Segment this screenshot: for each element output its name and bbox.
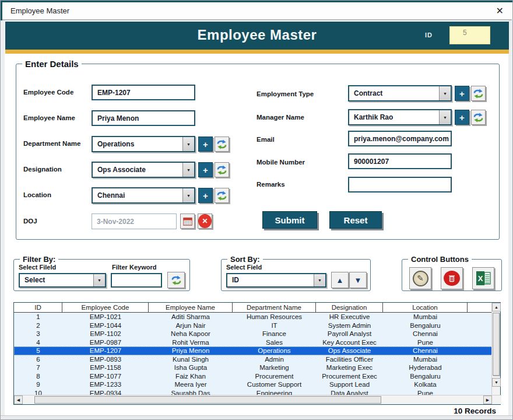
department-refresh-button[interactable] — [215, 136, 229, 152]
doj-clear-button[interactable]: ✕ — [198, 214, 212, 229]
table-row[interactable]: 2EMP-1044Arjun NairITSystem AdminBengalu… — [14, 321, 493, 330]
manager-label: Manager Name — [256, 114, 304, 121]
email-label: Email — [256, 136, 275, 143]
table-cell: Marketing — [233, 363, 316, 372]
table-cell: Finance — [233, 330, 316, 338]
table-header-cell: Department Name — [233, 303, 316, 312]
employment-type-dropdown[interactable]: Contract ▼ — [348, 85, 452, 102]
table-row[interactable]: 3EMP-1102Neha KapoorFinancePayroll Analy… — [14, 330, 493, 338]
designation-dropdown[interactable]: Ops Associate ▼ — [92, 162, 195, 178]
department-add-button[interactable]: + — [198, 136, 213, 152]
vertical-scrollbar[interactable]: ▲ ▼ — [491, 303, 500, 396]
filter-keyword-label: Filter Keyword — [112, 264, 156, 271]
horizontal-scroll-thumb[interactable] — [34, 396, 381, 404]
employee-master-window: Employee Master ✕ Employee Master ID 5 E… — [0, 0, 513, 420]
chevron-down-icon[interactable]: ▼ — [93, 274, 105, 286]
clear-date-icon: ✕ — [198, 214, 212, 228]
doj-field[interactable] — [92, 214, 177, 229]
sort-ascending-button[interactable]: ▲ — [331, 272, 349, 288]
location-refresh-button[interactable] — [215, 188, 229, 203]
table-cell: Faiz Khan — [149, 372, 233, 381]
sort-descending-button[interactable]: ▼ — [349, 272, 367, 288]
table-cell: 8 — [14, 372, 62, 381]
sort-legend: Sort By: — [227, 255, 263, 264]
chevron-down-icon[interactable]: ▼ — [439, 110, 451, 124]
table-cell-partial — [468, 346, 493, 355]
location-dropdown[interactable]: Chennai ▼ — [92, 187, 195, 204]
chevron-down-icon[interactable]: ▼ — [182, 137, 194, 151]
calendar-icon — [182, 216, 193, 226]
table-cell: Human Resources — [233, 313, 316, 321]
employee-name-field[interactable] — [92, 110, 195, 126]
sync-icon — [473, 112, 484, 123]
control-buttons-group: Control Buttons ✎ X — [402, 255, 502, 291]
close-icon[interactable]: ✕ — [496, 5, 504, 17]
table-row[interactable]: 9EMP-1233Meera IyerCustomer SupportSuppo… — [14, 380, 493, 389]
table-cell: EMP-1044 — [62, 321, 149, 330]
horizontal-scroll-track[interactable] — [23, 396, 483, 404]
table-cell: EMP-1077 — [62, 372, 149, 381]
remarks-field[interactable] — [348, 177, 452, 192]
employment-type-add-button[interactable]: + — [455, 86, 469, 101]
id-value-box[interactable]: 5 — [449, 26, 490, 44]
mobile-field[interactable] — [348, 153, 452, 169]
filter-refresh-button[interactable] — [167, 272, 185, 288]
chevron-down-icon[interactable]: ▼ — [314, 274, 325, 286]
doj-calendar-button[interactable] — [180, 214, 195, 229]
location-add-button[interactable]: + — [198, 188, 213, 203]
table-cell: Procurement — [233, 372, 316, 381]
filter-keyword-input[interactable] — [111, 273, 162, 288]
table-cell-partial — [468, 363, 493, 372]
submit-button[interactable]: Submit — [262, 211, 317, 229]
employee-code-field[interactable] — [92, 85, 195, 100]
filter-field-dropdown[interactable]: Select ▼ — [19, 273, 106, 288]
table-cell: 4 — [14, 338, 62, 347]
scroll-left-icon[interactable]: ◀ — [14, 396, 23, 404]
scroll-up-icon[interactable]: ▲ — [492, 303, 501, 312]
window-border-right — [508, 20, 512, 420]
table-cell: Sales — [233, 338, 316, 347]
employee-table: IDEmployee CodeEmployee NameDepartment N… — [13, 302, 501, 405]
designation-add-button[interactable]: + — [198, 162, 213, 177]
chevron-down-icon[interactable]: ▼ — [182, 163, 194, 177]
table-cell: Rohit Verma — [149, 338, 233, 347]
filter-group: Filter By: Select Fileld Filter Keyword … — [13, 255, 190, 291]
employment-type-refresh-button[interactable] — [471, 86, 486, 101]
email-field[interactable] — [348, 131, 452, 146]
table-row[interactable]: 8EMP-1077Faiz KhanProcurementProcurement… — [14, 372, 493, 381]
table-row[interactable]: 4EMP-0987Rohit VermaSalesKey Account Exe… — [14, 338, 493, 347]
delete-button[interactable] — [441, 267, 463, 289]
vertical-scroll-thumb[interactable] — [493, 313, 500, 376]
chevron-down-icon[interactable]: ▼ — [182, 188, 194, 202]
manager-refresh-button[interactable] — [471, 110, 486, 125]
table-row[interactable]: 1EMP-1021Aditi SharmaHuman ResourcesHR E… — [14, 313, 493, 321]
manager-add-button[interactable]: + — [455, 110, 469, 125]
table-cell: Support Lead — [316, 380, 383, 389]
horizontal-scrollbar[interactable]: ◀ ▶ — [14, 395, 501, 404]
designation-refresh-button[interactable] — [215, 162, 229, 177]
manager-dropdown[interactable]: Karthik Rao ▼ — [348, 109, 452, 125]
edit-button[interactable]: ✎ — [409, 267, 431, 289]
scroll-right-icon[interactable]: ▶ — [483, 396, 492, 404]
table-header-cell: ID — [14, 303, 62, 312]
chevron-down-icon[interactable]: ▼ — [439, 86, 451, 100]
filter-legend: Filter By: — [20, 255, 58, 264]
table-header-cell: Employee Code — [62, 303, 149, 312]
table-header-cell: Location — [383, 303, 468, 312]
table-row[interactable]: 5EMP-1207Priya MenonOperationsOps Associ… — [14, 346, 493, 355]
excel-export-button[interactable]: X — [472, 267, 494, 289]
table-row[interactable]: 7EMP-1158Isha GuptaMarketingMarketing Ex… — [14, 363, 493, 372]
sort-down-icon: ▼ — [354, 276, 362, 285]
sort-field-dropdown[interactable]: ID ▼ — [226, 273, 326, 288]
reset-button[interactable]: Reset — [329, 211, 382, 229]
table-cell: Bengaluru — [383, 321, 468, 330]
trash-icon — [444, 271, 460, 286]
table-cell: Facilities Officer — [316, 355, 383, 364]
table-cell: Aditi Sharma — [149, 313, 233, 321]
table-cell: Marketing Exec — [316, 363, 383, 372]
record-count: 10 Records — [454, 407, 496, 415]
scroll-down-icon[interactable]: ▼ — [492, 378, 501, 387]
department-dropdown[interactable]: Operations ▼ — [92, 136, 195, 152]
table-row[interactable]: 6EMP-0893Kunal SinghAdminFacilities Offi… — [14, 355, 493, 364]
table-cell: Operations — [233, 346, 316, 355]
